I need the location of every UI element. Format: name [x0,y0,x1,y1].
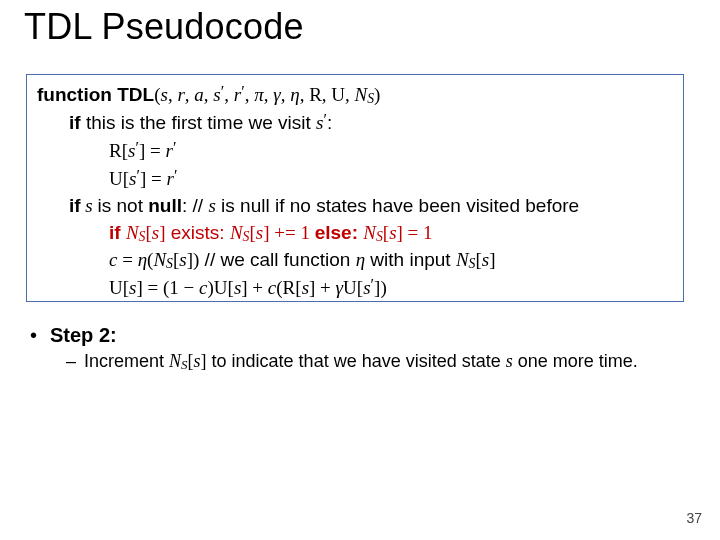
function-keyword: function TDL [37,84,154,105]
eta: η [138,249,147,270]
param-a: a [194,84,204,105]
s: s [194,351,201,371]
colon: : [327,112,332,133]
code-line-if-first-visit: if this is the first time we visit s′: [37,109,673,137]
comment-text: // we call function [199,249,355,270]
N: N [126,222,139,243]
code-line-c-assign: c = η(NS[s]) // we call function η with … [37,247,673,274]
comment-text: with input [365,249,456,270]
sep: , [300,84,310,105]
gamma: γ [336,277,344,298]
N-sub: S [166,256,173,271]
sep: , [168,84,178,105]
page-number: 37 [686,510,702,526]
U: U [343,277,357,298]
U: U [109,277,123,298]
param-s: s [160,84,167,105]
code-line-U-update: U[s] = (1 − c)U[s] + c(R[s] + γU[s′]) [37,274,673,302]
R: R [283,277,296,298]
param-sprime: s [213,84,220,105]
dash-icon: – [66,351,84,372]
null-keyword: null [148,195,182,216]
prime: ′ [173,139,177,156]
param-rprime: r [234,84,241,105]
N: N [169,351,181,371]
comment-s: s [208,195,215,216]
comment-prefix: // [187,195,208,216]
code-line-increment-ns: if NS[s] exists: NS[s] += 1 else: NS[s] … [37,220,673,247]
code-line-U-assign: U[s′] = r′ [37,165,673,193]
bracket-close-plus: ] + [241,277,268,298]
sep: , [322,84,332,105]
s: s [363,277,370,298]
prime: ′ [174,167,178,184]
sep: , [204,84,214,105]
bracket-close-eq: ] = [140,168,167,189]
text: Increment [84,351,169,371]
if-text: this is the first time we visit [81,112,316,133]
step2-block: • Step 2: – Increment NS[s] to indicate … [30,324,690,373]
text: one more time. [513,351,638,371]
R: R [109,140,122,161]
step2-detail-text: Increment NS[s] to indicate that we have… [84,351,638,373]
N: N [153,249,166,270]
param-r: r [177,84,184,105]
step2-detail-row: – Increment NS[s] to indicate that we ha… [30,351,690,373]
params-close: ) [374,84,380,105]
bullet-icon: • [30,324,50,347]
text: to indicate that we have visited state [207,351,506,371]
sep: , [345,84,355,105]
sep: , [185,84,195,105]
s-var: s [81,195,98,216]
if-keyword: if [69,195,81,216]
param-R: R [309,84,322,105]
step2-heading-row: • Step 2: [30,324,690,347]
bracket-close-eq: ] = [139,140,166,161]
code-line-R-assign: R[s′] = r′ [37,137,673,165]
param-pi: π [254,84,264,105]
eta: η [356,249,365,270]
bracket-close: ] [489,249,495,270]
slide-title: TDL Pseudocode [24,6,304,48]
exists-text: exists: [165,222,229,243]
code-line-function: function TDL(s, r, a, s′, r′, π, γ, η, R… [37,81,673,109]
comment-rest: is null if no states have been visited b… [216,195,579,216]
if-text: is not [98,195,149,216]
eq-one: = 1 [403,222,433,243]
param-gamma: γ [273,84,281,105]
s: s [302,277,309,298]
if-keyword: if [109,222,126,243]
step2-label: Step 2: [50,324,117,347]
param-U: U [331,84,345,105]
sep: , [224,84,234,105]
pseudocode-box: function TDL(s, r, a, s′, r′, π, γ, η, R… [26,74,684,302]
r: r [166,140,173,161]
U: U [109,168,123,189]
eq: = [117,249,137,270]
sep: , [264,84,274,105]
param-Ns-N: N [355,84,368,105]
slide: TDL Pseudocode function TDL(s, r, a, s′,… [0,0,720,540]
bracket-close-plus: ] + [309,277,336,298]
pluseq: += 1 [269,222,314,243]
N: N [363,222,376,243]
r: r [167,168,174,189]
N-sub: S [376,229,383,244]
else-keyword: else: [315,222,364,243]
U: U [214,277,228,298]
N: N [230,222,243,243]
bracket-close-eq: ] = (1 − [136,277,199,298]
sep: , [245,84,255,105]
s: s [506,351,513,371]
code-line-if-s-not-null: if s is not null: // s is null if no sta… [37,193,673,220]
c-var: c [199,277,207,298]
s: s [389,222,396,243]
param-eta: η [290,84,299,105]
N: N [456,249,469,270]
bracket-close-paren: ]) [374,277,387,298]
if-keyword: if [69,112,81,133]
sep: , [281,84,291,105]
s: s [179,249,186,270]
